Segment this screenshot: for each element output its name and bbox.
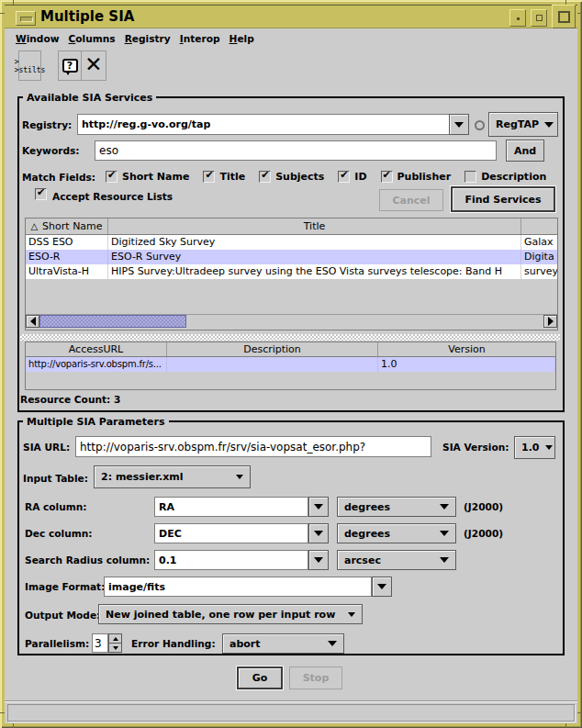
scroll-right-button[interactable] xyxy=(543,315,557,328)
table-cell[interactable]: DSS ESO xyxy=(26,235,108,250)
dec-column-label: Dec column: xyxy=(25,528,93,539)
menu-item-help[interactable]: Help xyxy=(225,33,259,44)
menu-item-interop[interactable]: Interop xyxy=(175,33,225,44)
ra-epoch-label: (J2000) xyxy=(464,501,503,512)
stop-button[interactable]: Stop xyxy=(289,666,342,689)
status-bar xyxy=(7,704,575,722)
go-button[interactable]: Go xyxy=(237,666,283,689)
keywords-label: Keywords: xyxy=(22,145,80,156)
table-cell[interactable]: http://voparis-srv.obspm.fr/s... xyxy=(26,357,167,372)
checkbox[interactable] xyxy=(203,171,215,183)
table-row[interactable]: UltraVista-HHIPS Survey:Ultradeep survey… xyxy=(26,264,557,279)
parallelism-label: Parallelism: xyxy=(25,638,89,649)
dec-unit-combo[interactable]: degrees xyxy=(337,523,456,543)
table-cell[interactable]: survey xyxy=(521,264,558,279)
match-field-subjects[interactable]: Subjects xyxy=(259,171,324,183)
scrollbar-thumb[interactable] xyxy=(39,315,186,328)
close-button[interactable] xyxy=(552,5,576,28)
registry-mode-combo[interactable]: RegTAP xyxy=(488,112,558,137)
output-mode-combo[interactable]: New joined table, one row per input row xyxy=(98,604,363,624)
match-field-description[interactable]: Description xyxy=(464,171,546,183)
sia-url-label: SIA URL: xyxy=(23,442,70,453)
checkbox[interactable] xyxy=(381,171,393,183)
match-field-title[interactable]: Title xyxy=(203,171,245,183)
scrollbar-track[interactable] xyxy=(186,315,543,328)
table-cell[interactable]: Digitized Sky Survey xyxy=(108,235,521,250)
ra-unit-combo[interactable]: degrees xyxy=(337,497,456,517)
table-row[interactable]: DSS ESODigitized Sky SurveyGalax xyxy=(26,235,557,250)
registry-busy-indicator xyxy=(475,120,485,130)
column-header[interactable] xyxy=(521,218,558,234)
checkbox[interactable] xyxy=(106,171,118,183)
stilts-icon: >>stilts xyxy=(15,58,46,74)
dec-column-input[interactable]: DEC xyxy=(154,523,308,543)
image-format-input[interactable]: image/fits xyxy=(104,577,372,597)
stilts-button[interactable]: >>stilts xyxy=(18,50,41,81)
match-field-id[interactable]: ID xyxy=(338,171,366,183)
table-cell[interactable]: Digita xyxy=(521,250,558,264)
menu-item-columns[interactable]: Columns xyxy=(64,33,120,44)
column-header[interactable]: △Short Name xyxy=(26,218,108,234)
dec-column-dropdown-button[interactable] xyxy=(308,523,329,543)
window-menu-icon[interactable] xyxy=(16,11,36,26)
ra-column-input[interactable]: RA xyxy=(154,497,308,517)
search-radius-label: Search Radius column: xyxy=(25,554,150,566)
checkbox[interactable] xyxy=(338,171,350,183)
menu-item-registry[interactable]: Registry xyxy=(120,33,175,44)
table-cell[interactable]: ESO-R xyxy=(26,250,108,264)
title-bar[interactable]: Multiple SIA xyxy=(5,5,577,28)
checkbox[interactable] xyxy=(259,171,271,183)
input-table-label: Input Table: xyxy=(23,473,88,484)
table-row[interactable]: http://voparis-srv.obspm.fr/s...1.0 xyxy=(26,357,555,372)
find-services-button[interactable]: Find Services xyxy=(451,186,555,212)
resource-count: Resource Count: 3 xyxy=(20,394,120,405)
checkbox-label: Short Name xyxy=(122,171,189,183)
column-header[interactable]: AccessURL xyxy=(26,342,167,356)
maximize-button[interactable] xyxy=(531,9,547,27)
registry-dropdown-button[interactable] xyxy=(449,114,469,135)
match-field-short-name[interactable]: Short Name xyxy=(106,171,189,183)
column-header[interactable]: Title xyxy=(108,218,521,234)
column-header[interactable]: Version xyxy=(378,342,555,356)
radius-unit-combo[interactable]: arcsec xyxy=(337,550,456,570)
search-radius-input[interactable]: 0.1 xyxy=(154,550,308,570)
table-empty-area xyxy=(26,279,557,314)
table-cell[interactable]: 1.0 xyxy=(378,357,555,372)
checkbox-label: Publisher xyxy=(397,171,452,183)
ra-column-dropdown-button[interactable] xyxy=(308,497,329,517)
registry-input[interactable]: http://reg.g-vo.org/tap xyxy=(77,114,450,135)
match-field-publisher[interactable]: Publisher xyxy=(381,171,452,183)
table-cell[interactable]: HIPS Survey:Ultradeep survey using the E… xyxy=(108,264,521,279)
parallelism-spinner-value[interactable]: 3 xyxy=(92,633,108,653)
table-cell[interactable] xyxy=(167,357,378,372)
search-radius-dropdown-button[interactable] xyxy=(308,550,329,570)
detail-table: AccessURLDescriptionVersionhttp://vopari… xyxy=(25,342,556,390)
menu-item-window[interactable]: Window xyxy=(11,33,64,44)
cancel-button[interactable]: Cancel xyxy=(379,189,443,211)
table-cell[interactable]: ESO-R Survey xyxy=(108,250,521,264)
input-table-combo[interactable]: 2: messier.xml xyxy=(94,465,251,488)
and-button[interactable]: And xyxy=(506,140,544,162)
accept-resource-lists-checkbox[interactable] xyxy=(35,188,47,200)
parallelism-spinner-down[interactable] xyxy=(108,643,122,653)
error-handling-combo[interactable]: abort xyxy=(222,633,344,654)
checkbox[interactable] xyxy=(464,171,476,183)
sia-version-combo[interactable]: 1.0 xyxy=(514,436,555,459)
table-cell[interactable]: UltraVista-H xyxy=(26,264,108,279)
horizontal-scrollbar[interactable] xyxy=(26,314,557,328)
split-divider[interactable] xyxy=(20,334,560,341)
column-header[interactable]: Description xyxy=(167,342,378,356)
scroll-left-button[interactable] xyxy=(26,315,39,328)
frame-grip xyxy=(13,0,14,5)
sia-url-input[interactable]: http://voparis-srv.obspm.fr/srv/sia-vops… xyxy=(75,436,431,457)
table-row[interactable]: ESO-RESO-R SurveyDigita xyxy=(26,250,557,264)
image-format-dropdown-button[interactable] xyxy=(372,577,392,597)
registry-label: Registry: xyxy=(22,119,72,130)
minimize-button[interactable] xyxy=(509,9,526,27)
keywords-input[interactable]: eso xyxy=(95,140,497,161)
table-cell[interactable]: Galax xyxy=(521,235,558,250)
help-button[interactable]: ? xyxy=(58,50,82,81)
window-close-button[interactable]: ✕ xyxy=(81,50,106,81)
sia-version-label: SIA Version: xyxy=(442,442,509,453)
close-icon: ✕ xyxy=(84,54,102,75)
